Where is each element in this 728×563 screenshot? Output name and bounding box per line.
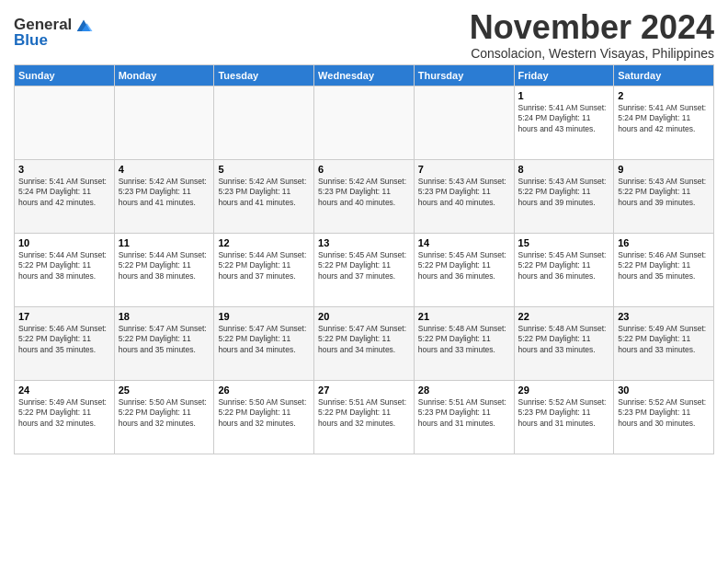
calendar-cell-w1-d5: 1Sunrise: 5:41 AM Sunset: 5:24 PM Daylig… — [514, 86, 614, 159]
calendar-cell-w2-d1: 4Sunrise: 5:42 AM Sunset: 5:23 PM Daylig… — [114, 159, 214, 233]
day-info: Sunrise: 5:42 AM Sunset: 5:23 PM Dayligh… — [218, 177, 310, 208]
calendar-week-2: 3Sunrise: 5:41 AM Sunset: 5:24 PM Daylig… — [15, 159, 714, 233]
header-monday: Monday — [114, 64, 214, 86]
calendar-cell-w5-d3: 27Sunrise: 5:51 AM Sunset: 5:22 PM Dayli… — [314, 380, 415, 454]
day-info: Sunrise: 5:45 AM Sunset: 5:22 PM Dayligh… — [418, 250, 510, 282]
calendar-cell-w1-d1 — [114, 86, 214, 159]
day-number: 22 — [518, 310, 610, 323]
day-info: Sunrise: 5:50 AM Sunset: 5:22 PM Dayligh… — [218, 397, 310, 429]
weekday-header-row: Sunday Monday Tuesday Wednesday Thursday… — [15, 64, 714, 86]
calendar-cell-w2-d2: 5Sunrise: 5:42 AM Sunset: 5:23 PM Daylig… — [214, 159, 314, 233]
day-number: 20 — [318, 310, 410, 323]
day-number: 12 — [218, 236, 310, 249]
day-number: 19 — [218, 310, 310, 323]
day-info: Sunrise: 5:43 AM Sunset: 5:22 PM Dayligh… — [518, 177, 610, 208]
day-info: Sunrise: 5:46 AM Sunset: 5:22 PM Dayligh… — [618, 250, 710, 282]
header-saturday: Saturday — [614, 64, 714, 86]
day-number: 8 — [518, 163, 610, 176]
calendar-cell-w1-d0 — [15, 86, 115, 159]
day-number: 30 — [618, 384, 710, 396]
day-info: Sunrise: 5:51 AM Sunset: 5:22 PM Dayligh… — [318, 397, 410, 429]
day-number: 5 — [218, 163, 310, 176]
header-row: General Blue November 2024 Consolacion, … — [14, 9, 714, 61]
day-number: 11 — [119, 236, 210, 249]
day-info: Sunrise: 5:47 AM Sunset: 5:22 PM Dayligh… — [318, 324, 410, 355]
calendar-cell-w4-d3: 20Sunrise: 5:47 AM Sunset: 5:22 PM Dayli… — [314, 306, 415, 380]
calendar-cell-w5-d2: 26Sunrise: 5:50 AM Sunset: 5:22 PM Dayli… — [214, 380, 314, 454]
day-number: 26 — [218, 384, 310, 396]
calendar-week-3: 10Sunrise: 5:44 AM Sunset: 5:22 PM Dayli… — [15, 233, 714, 306]
day-number: 24 — [18, 384, 110, 396]
calendar-cell-w4-d6: 23Sunrise: 5:49 AM Sunset: 5:22 PM Dayli… — [614, 306, 714, 380]
calendar-cell-w5-d4: 28Sunrise: 5:51 AM Sunset: 5:23 PM Dayli… — [414, 380, 514, 454]
day-number: 7 — [418, 163, 510, 176]
day-number: 13 — [318, 236, 410, 249]
day-info: Sunrise: 5:42 AM Sunset: 5:23 PM Dayligh… — [119, 177, 210, 208]
day-info: Sunrise: 5:44 AM Sunset: 5:22 PM Dayligh… — [119, 250, 210, 282]
day-info: Sunrise: 5:46 AM Sunset: 5:22 PM Dayligh… — [18, 324, 110, 355]
day-info: Sunrise: 5:44 AM Sunset: 5:22 PM Dayligh… — [218, 250, 310, 282]
header-sunday: Sunday — [15, 64, 115, 86]
calendar-cell-w4-d5: 22Sunrise: 5:48 AM Sunset: 5:22 PM Dayli… — [514, 306, 614, 380]
day-info: Sunrise: 5:41 AM Sunset: 5:24 PM Dayligh… — [618, 103, 710, 134]
day-info: Sunrise: 5:45 AM Sunset: 5:22 PM Dayligh… — [518, 250, 610, 282]
calendar-cell-w5-d0: 24Sunrise: 5:49 AM Sunset: 5:22 PM Dayli… — [15, 380, 115, 454]
day-info: Sunrise: 5:47 AM Sunset: 5:22 PM Dayligh… — [119, 324, 210, 355]
day-info: Sunrise: 5:47 AM Sunset: 5:22 PM Dayligh… — [218, 324, 310, 355]
day-number: 2 — [618, 89, 710, 102]
calendar-cell-w2-d3: 6Sunrise: 5:42 AM Sunset: 5:23 PM Daylig… — [314, 159, 415, 233]
day-info: Sunrise: 5:51 AM Sunset: 5:23 PM Dayligh… — [418, 397, 510, 429]
calendar-cell-w4-d4: 21Sunrise: 5:48 AM Sunset: 5:22 PM Dayli… — [414, 306, 514, 380]
month-title: November 2024 — [470, 9, 714, 46]
day-info: Sunrise: 5:42 AM Sunset: 5:23 PM Dayligh… — [318, 177, 410, 208]
day-number: 4 — [119, 163, 210, 176]
day-number: 10 — [18, 236, 110, 249]
calendar-cell-w3-d4: 14Sunrise: 5:45 AM Sunset: 5:22 PM Dayli… — [414, 233, 514, 306]
day-number: 23 — [618, 310, 710, 323]
day-number: 25 — [119, 384, 210, 396]
calendar-week-1: 1Sunrise: 5:41 AM Sunset: 5:24 PM Daylig… — [15, 86, 714, 159]
calendar-cell-w5-d1: 25Sunrise: 5:50 AM Sunset: 5:22 PM Dayli… — [114, 380, 214, 454]
header-thursday: Thursday — [414, 64, 514, 86]
day-number: 17 — [18, 310, 110, 323]
calendar-cell-w3-d5: 15Sunrise: 5:45 AM Sunset: 5:22 PM Dayli… — [514, 233, 614, 306]
day-info: Sunrise: 5:43 AM Sunset: 5:23 PM Dayligh… — [418, 177, 510, 208]
day-number: 3 — [18, 163, 110, 176]
day-number: 15 — [518, 236, 610, 249]
calendar-cell-w3-d1: 11Sunrise: 5:44 AM Sunset: 5:22 PM Dayli… — [114, 233, 214, 306]
header-tuesday: Tuesday — [214, 64, 314, 86]
calendar-table: Sunday Monday Tuesday Wednesday Thursday… — [14, 64, 714, 454]
day-number: 14 — [418, 236, 510, 249]
day-info: Sunrise: 5:48 AM Sunset: 5:22 PM Dayligh… — [518, 324, 610, 355]
day-info: Sunrise: 5:52 AM Sunset: 5:23 PM Dayligh… — [518, 397, 610, 429]
calendar-cell-w1-d4 — [414, 86, 514, 159]
header-friday: Friday — [514, 64, 614, 86]
day-info: Sunrise: 5:45 AM Sunset: 5:22 PM Dayligh… — [318, 250, 410, 282]
day-info: Sunrise: 5:43 AM Sunset: 5:22 PM Dayligh… — [618, 177, 710, 208]
calendar-cell-w1-d6: 2Sunrise: 5:41 AM Sunset: 5:24 PM Daylig… — [614, 86, 714, 159]
calendar-cell-w2-d6: 9Sunrise: 5:43 AM Sunset: 5:22 PM Daylig… — [614, 159, 714, 233]
day-info: Sunrise: 5:44 AM Sunset: 5:22 PM Dayligh… — [18, 250, 110, 282]
logo: General Blue — [14, 15, 94, 50]
calendar-cell-w5-d6: 30Sunrise: 5:52 AM Sunset: 5:23 PM Dayli… — [614, 380, 714, 454]
calendar-week-5: 24Sunrise: 5:49 AM Sunset: 5:22 PM Dayli… — [15, 380, 714, 454]
calendar-cell-w4-d1: 18Sunrise: 5:47 AM Sunset: 5:22 PM Dayli… — [114, 306, 214, 380]
location-subtitle: Consolacion, Western Visayas, Philippine… — [470, 46, 714, 61]
day-info: Sunrise: 5:41 AM Sunset: 5:24 PM Dayligh… — [518, 103, 610, 134]
calendar-cell-w3-d6: 16Sunrise: 5:46 AM Sunset: 5:22 PM Dayli… — [614, 233, 714, 306]
calendar-cell-w3-d0: 10Sunrise: 5:44 AM Sunset: 5:22 PM Dayli… — [15, 233, 115, 306]
calendar-cell-w4-d2: 19Sunrise: 5:47 AM Sunset: 5:22 PM Dayli… — [214, 306, 314, 380]
day-info: Sunrise: 5:48 AM Sunset: 5:22 PM Dayligh… — [418, 324, 510, 355]
day-number: 28 — [418, 384, 510, 396]
day-info: Sunrise: 5:49 AM Sunset: 5:22 PM Dayligh… — [618, 324, 710, 355]
header-wednesday: Wednesday — [314, 64, 415, 86]
calendar-cell-w3-d2: 12Sunrise: 5:44 AM Sunset: 5:22 PM Dayli… — [214, 233, 314, 306]
calendar-cell-w5-d5: 29Sunrise: 5:52 AM Sunset: 5:23 PM Dayli… — [514, 380, 614, 454]
logo-icon — [74, 15, 94, 35]
day-number: 29 — [518, 384, 610, 396]
title-block: November 2024 Consolacion, Western Visay… — [470, 9, 714, 61]
day-number: 16 — [618, 236, 710, 249]
day-number: 6 — [318, 163, 410, 176]
calendar-cell-w2-d5: 8Sunrise: 5:43 AM Sunset: 5:22 PM Daylig… — [514, 159, 614, 233]
day-number: 18 — [119, 310, 210, 323]
